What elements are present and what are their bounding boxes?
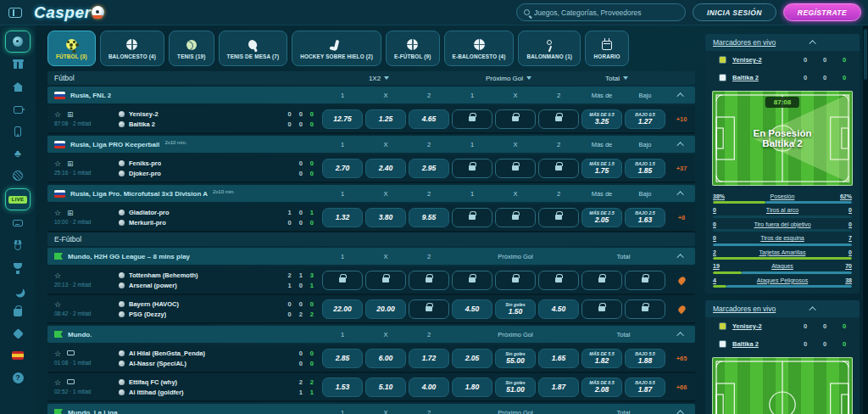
locked-odds-button[interactable] bbox=[538, 159, 579, 178]
odds-button-over[interactable]: MÁS DE 8.52.08 bbox=[581, 378, 622, 397]
login-button[interactable]: INICIA SESIÓN bbox=[693, 3, 776, 21]
league-header[interactable]: Mundo, H2H GG League – 8 mins play 1X2 P… bbox=[47, 248, 695, 265]
sidebar-item-promotions[interactable] bbox=[5, 56, 31, 75]
odds-button-pg2[interactable]: 4.50 bbox=[538, 299, 579, 319]
locked-odds-button[interactable] bbox=[409, 271, 449, 290]
odds-button-x[interactable]: 2.40 bbox=[365, 159, 406, 178]
locked-odds-button[interactable] bbox=[495, 208, 536, 227]
odds-button-pg1[interactable]: 4.50 bbox=[452, 299, 492, 319]
odds-button-pg2[interactable]: 1.65 bbox=[538, 349, 579, 368]
markets-grid-icon[interactable]: ⊞ bbox=[67, 160, 74, 168]
collapse-icon[interactable] bbox=[676, 142, 683, 148]
match-row[interactable]: ☆⊞25:16 · 1 mitad Feniks-pro Djoker-pro … bbox=[47, 154, 695, 183]
sidebar-toggle-icon[interactable] bbox=[8, 8, 22, 18]
tab-tenis-de-mesa[interactable]: TENIS DE MESA (7) bbox=[219, 31, 288, 66]
locked-odds-button[interactable] bbox=[495, 109, 536, 129]
match-row[interactable]: ☆20:13 · 2 mitad Tottenham (Behemoth) Ar… bbox=[47, 266, 695, 295]
more-markets-link[interactable]: +37 bbox=[668, 165, 695, 172]
odds-button-1[interactable]: 12.75 bbox=[322, 109, 363, 129]
odds-button-no-goal[interactable]: Sin goles1.50 bbox=[495, 299, 536, 319]
sidebar-item-tournaments[interactable] bbox=[5, 258, 31, 277]
match-row[interactable]: ☆01:08 · 1 mitad Al Hilal (BenGsta_Penda… bbox=[47, 344, 695, 373]
match-row[interactable]: ☆⊞87:08 · 2 mitad Yenisey-2 Baltika 2 00… bbox=[47, 105, 695, 134]
odds-button-pg1[interactable]: 2.05 bbox=[452, 349, 492, 368]
odds-button-x[interactable]: 5.10 bbox=[365, 378, 406, 397]
stat-label[interactable]: Ataques bbox=[771, 263, 793, 269]
tab-horario[interactable]: HORARIO bbox=[585, 31, 629, 66]
stream-icon[interactable] bbox=[67, 379, 75, 384]
collapse-icon[interactable] bbox=[676, 254, 683, 260]
locked-odds-button[interactable] bbox=[452, 271, 492, 290]
stat-label[interactable]: Posesión bbox=[771, 193, 795, 199]
more-markets-link[interactable]: +8 bbox=[668, 214, 695, 221]
tab-balonmano[interactable]: BALONMANO (1) bbox=[518, 31, 581, 66]
odds-button-x[interactable]: 20.00 bbox=[365, 299, 406, 319]
live-team-row[interactable]: Yenisey-2 0 0 0 bbox=[705, 51, 860, 69]
stat-label[interactable]: Tarjetas Amarillas bbox=[760, 249, 806, 255]
stat-label[interactable]: Ataques Peligrosos bbox=[757, 277, 808, 283]
tab-hockey[interactable]: HOCKEY SOBRE HIELO (2) bbox=[292, 31, 381, 66]
locked-odds-button[interactable] bbox=[409, 299, 449, 319]
odds-button-under[interactable]: BAJO 8.51.87 bbox=[625, 378, 665, 397]
odds-button-1[interactable]: 22.00 bbox=[322, 299, 363, 319]
odds-button-x[interactable]: 3.80 bbox=[365, 208, 406, 227]
stream-icon[interactable] bbox=[67, 350, 75, 355]
sidebar-item-bonuses[interactable] bbox=[5, 236, 31, 255]
odds-button-no-goal[interactable]: Sin goles55.00 bbox=[495, 349, 536, 368]
odds-button-under[interactable]: BAJO 1.51.85 bbox=[625, 159, 665, 178]
odds-button-no-goal[interactable]: Sin goles51.00 bbox=[495, 378, 536, 397]
live-panel-title[interactable]: Marcadores en vivo bbox=[713, 305, 776, 313]
sidebar-item-home[interactable] bbox=[5, 78, 31, 97]
locked-odds-button[interactable] bbox=[581, 299, 622, 319]
market-menu-proximo-gol[interactable]: Próximo Gol bbox=[445, 75, 572, 82]
locked-odds-button[interactable] bbox=[625, 299, 665, 319]
odds-button-1[interactable]: 1.32 bbox=[322, 208, 363, 227]
sidebar-item-sports-betting[interactable] bbox=[5, 31, 31, 53]
market-menu-1x2[interactable]: 1X2 bbox=[315, 75, 442, 82]
locked-odds-button[interactable] bbox=[452, 109, 492, 129]
locked-odds-button[interactable] bbox=[495, 159, 536, 178]
live-team-row[interactable]: Baltika 2 0 0 0 bbox=[705, 335, 860, 353]
stat-label[interactable]: Tiros al arco bbox=[766, 207, 798, 213]
sidebar-item-slots[interactable] bbox=[5, 100, 31, 119]
tab-e-baloncesto[interactable]: E-BALONCESTO (4) bbox=[444, 31, 515, 66]
stat-label[interactable]: Tiro fuera del objetivo bbox=[754, 221, 810, 227]
sidebar-item-lottery[interactable] bbox=[5, 166, 31, 185]
league-header[interactable]: Mundo, La Liga 1X2 Próximo Gol Total bbox=[47, 404, 695, 414]
locked-odds-button[interactable] bbox=[365, 271, 406, 290]
live-team-row[interactable]: Baltika 2 0 0 0 bbox=[705, 69, 860, 87]
collapse-icon[interactable] bbox=[676, 92, 683, 99]
odds-button-2[interactable]: 4.00 bbox=[409, 378, 449, 397]
collapse-icon[interactable] bbox=[676, 191, 683, 198]
sidebar-item-help[interactable]: ? bbox=[5, 368, 31, 387]
market-menu-total[interactable]: Total bbox=[575, 75, 659, 82]
odds-button-over[interactable]: MÁS DE 1.51.75 bbox=[581, 159, 622, 178]
tab-futbol[interactable]: FÚTBOL (3) bbox=[47, 31, 96, 66]
favorite-icon[interactable]: ☆ bbox=[54, 111, 61, 119]
sidebar-item-fishing[interactable] bbox=[5, 280, 31, 299]
odds-button-under[interactable]: BAJO 2.51.63 bbox=[625, 208, 665, 227]
match-row[interactable]: ☆02:52 · 1 mitad Ettifaq FC (why) Al Itt… bbox=[47, 373, 695, 402]
league-header[interactable]: Mundo. 1X2 Próximo Gol Total bbox=[47, 326, 695, 343]
collapse-icon[interactable] bbox=[676, 410, 683, 414]
favorite-icon[interactable]: ☆ bbox=[54, 301, 61, 309]
odds-button-x[interactable]: 6.00 bbox=[365, 349, 406, 368]
live-team-row[interactable]: Yenisey-2 0 0 0 bbox=[705, 317, 860, 335]
search-box[interactable] bbox=[516, 3, 686, 21]
odds-button-1[interactable]: 2.85 bbox=[322, 349, 363, 368]
hot-indicator-icon[interactable] bbox=[676, 275, 686, 284]
register-button[interactable]: REGÍSTRATE bbox=[783, 3, 861, 21]
more-markets-link[interactable]: +66 bbox=[668, 383, 695, 391]
more-markets-link[interactable]: +10 bbox=[668, 115, 695, 123]
live-panel-title[interactable]: Marcadores en vivo bbox=[713, 38, 776, 47]
odds-button-2[interactable]: 2.95 bbox=[409, 159, 449, 178]
tab-baloncesto[interactable]: BALONCESTO (4) bbox=[100, 31, 164, 66]
favorite-icon[interactable]: ☆ bbox=[54, 210, 61, 217]
locked-odds-button[interactable] bbox=[581, 271, 622, 290]
odds-button-x[interactable]: 1.25 bbox=[365, 109, 406, 129]
locked-odds-button[interactable] bbox=[452, 208, 492, 227]
locked-odds-button[interactable] bbox=[452, 159, 492, 178]
odds-button-1[interactable]: 1.53 bbox=[322, 378, 363, 397]
stat-label[interactable]: Tiros de esquina bbox=[760, 235, 804, 241]
locked-odds-button[interactable] bbox=[322, 271, 363, 290]
